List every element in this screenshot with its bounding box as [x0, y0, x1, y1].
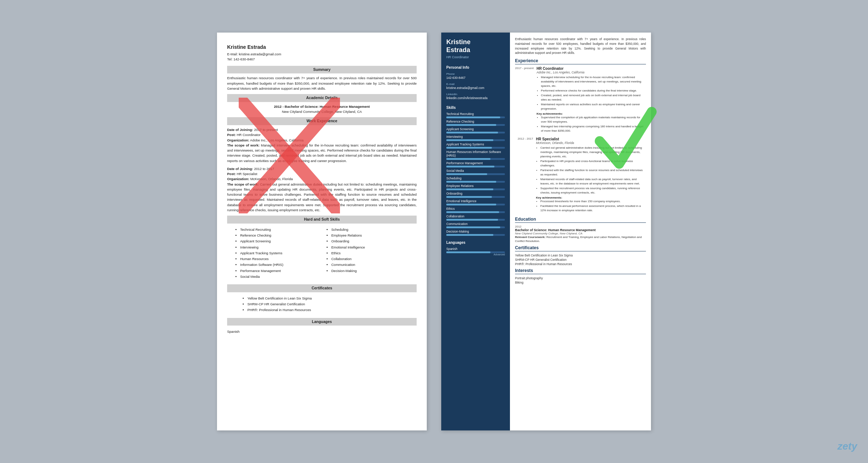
- linkedin-label: LinkedIn: [441, 91, 510, 96]
- key-bullet-item: Managed two internship programs comprisi…: [541, 124, 646, 133]
- skill-bar-item: Technical Recruiting: [441, 111, 510, 119]
- interests-title: Interests: [515, 268, 646, 274]
- post-1: HR Coordinator: [237, 133, 260, 137]
- languages-section-title: Languages: [441, 238, 510, 246]
- skill-bar-item: Onboarding: [441, 191, 510, 198]
- skill-bar-fill: [446, 234, 493, 236]
- skill-bar-bg: [446, 158, 505, 160]
- skill-bar-bg: [446, 166, 505, 167]
- skill-item: Technical Recruiting: [240, 227, 318, 232]
- skills-header: Hard and Soft Skills: [227, 216, 417, 224]
- bullet-item: Created, posted, and removed job ads on …: [541, 93, 646, 102]
- language-bar: Spanish Advanced: [441, 246, 510, 256]
- post-label-1: Post:: [227, 133, 236, 137]
- date-label-2: Date of Joining:: [227, 167, 253, 171]
- cert-item: PHR®: Professional in Human Resources: [247, 307, 402, 313]
- cert-item: SHRM-CP HR Generalist Certification: [247, 302, 402, 307]
- skill-bar-item: Employee Relations: [441, 183, 510, 191]
- skill-item: Onboarding: [331, 239, 409, 244]
- skill-bar-bg: [446, 196, 505, 198]
- skill-bar-item: Social Media: [441, 168, 510, 175]
- key-bullets-2: Processed timesheets for more than 150 c…: [536, 199, 646, 213]
- certs-header: Certificates: [227, 284, 417, 292]
- exp-org-1: Adobe Inc., Los Angeles, California: [537, 71, 646, 74]
- edu-degree: Bachelor of Science: Human Resource Mana…: [515, 228, 646, 232]
- right-sidebar: Kristine Estrada HR Coordinator Personal…: [441, 33, 510, 430]
- sidebar-name-block: Kristine Estrada HR Coordinator: [441, 33, 510, 61]
- skill-bar-fill: [446, 196, 492, 198]
- skill-bar-fill: [446, 181, 496, 183]
- exp-date-2: 2012 - 2017: [515, 137, 533, 213]
- skill-item: Applicant Tracking Systems: [240, 251, 318, 256]
- left-name: Kristine Estrada: [227, 43, 417, 51]
- exp-content-1: HR Coordinator Adobe Inc., Los Angeles, …: [537, 67, 646, 133]
- skill-bar-fill: [446, 188, 493, 190]
- skills-col2: Scheduling Employee Relations Onboarding…: [326, 227, 409, 280]
- experience-title: Experience: [515, 58, 646, 64]
- skill-name: Performance Management: [446, 161, 505, 165]
- certificates-title: Certificates: [515, 245, 646, 251]
- skill-name: Human Resources Information Software (HR…: [446, 150, 505, 157]
- skill-bar-bg: [446, 147, 505, 149]
- phone-label: Phone: [441, 71, 510, 76]
- edu-year: 2012: [515, 225, 646, 228]
- exp-org-2: McKesson, Orlando, Florida: [536, 141, 646, 145]
- skill-item: Scheduling: [331, 227, 409, 232]
- skill-bar-item: Collaboration: [441, 213, 510, 221]
- skill-bar-fill: [446, 116, 500, 118]
- left-resume: Kristine Estrada E-Mail: kristine.estrad…: [217, 33, 427, 430]
- key-bullet-item: Supervised the completion of job applica…: [541, 115, 646, 124]
- skill-bar-item: Human Resources Information Software (HR…: [441, 149, 510, 160]
- skill-bar-item: Interviewing: [441, 134, 510, 141]
- skill-bar-item: Ethics: [441, 206, 510, 213]
- skill-item: Employee Relations: [331, 233, 409, 238]
- skill-bar-bg: [446, 173, 505, 175]
- exp-entry-2: 2012 - 2017 HR Specialist McKesson, Orla…: [515, 137, 646, 213]
- skill-name: Reference Checking: [446, 120, 505, 123]
- phone-value: 142-630-8467: [441, 76, 510, 81]
- skill-bar-bg: [446, 181, 505, 183]
- skill-bar-fill: [446, 139, 493, 141]
- scope-label-2: The scope of work:: [227, 182, 259, 186]
- email-label: E-Mail:: [227, 52, 238, 56]
- skill-bar-bg: [446, 226, 505, 228]
- lang-level: Advanced: [446, 253, 505, 256]
- scope-label-1: The scope of work:: [227, 143, 260, 147]
- skill-name: Social Media: [446, 169, 505, 173]
- skill-bar-fill: [446, 219, 498, 221]
- work-entry-1: Date of Joining: 2017 to present Post: H…: [227, 127, 417, 163]
- cert-item: Yellow Belt Certification in Lean Six Si…: [247, 296, 402, 301]
- skill-name: Emotional Intelligence: [446, 199, 505, 203]
- skill-bar-item: Performance Management: [441, 160, 510, 168]
- skill-item: Applicant Screening: [240, 239, 318, 244]
- org-2: McKesson, Orlando, Florida: [250, 177, 293, 181]
- exp-entry-1: 2017 - present HR Coordinator Adobe Inc.…: [515, 67, 646, 133]
- work-header: Work Experience: [227, 117, 417, 125]
- skill-bar-bg: [446, 132, 505, 133]
- skill-bar-fill: [446, 173, 487, 175]
- skill-bar-fill: [446, 226, 500, 228]
- skill-bar-fill: [446, 158, 490, 160]
- interests-section: Portrait photography Biking: [515, 276, 646, 284]
- skill-bar-item: Applicant Screening: [441, 126, 510, 134]
- right-title: HR Coordinator: [446, 55, 505, 59]
- skill-item: Decision-Making: [331, 268, 409, 273]
- skill-item: Collaboration: [331, 256, 409, 262]
- skill-bar-item: Communication: [441, 221, 510, 229]
- bullet-item: Maintained records of staff-related data…: [540, 177, 646, 186]
- skill-name: Decision-Making: [446, 230, 505, 233]
- skill-name: Ethics: [446, 207, 505, 211]
- skill-bar-bg: [446, 188, 505, 190]
- exp-bullets-2: Carried out general administrative dutie…: [536, 146, 646, 195]
- key-achievements-label-1: Key achievements:: [537, 112, 646, 115]
- skill-item: Performance Management: [240, 268, 318, 273]
- date-2: 2012 to 2017: [254, 167, 274, 171]
- skill-name: Communication: [446, 222, 505, 226]
- lang-text: Spanish: [227, 328, 417, 336]
- degree: 2012 - Bachelor of Science: Human Resour…: [227, 104, 417, 109]
- key-bullets-1: Supervised the completion of job applica…: [537, 115, 646, 133]
- skill-bar-item: Reference Checking: [441, 119, 510, 126]
- bullet-item: Managed interview scheduling for the in-…: [541, 75, 646, 88]
- skill-item: Ethics: [331, 251, 409, 256]
- scope-2: Carried out general administrative dutie…: [227, 182, 417, 212]
